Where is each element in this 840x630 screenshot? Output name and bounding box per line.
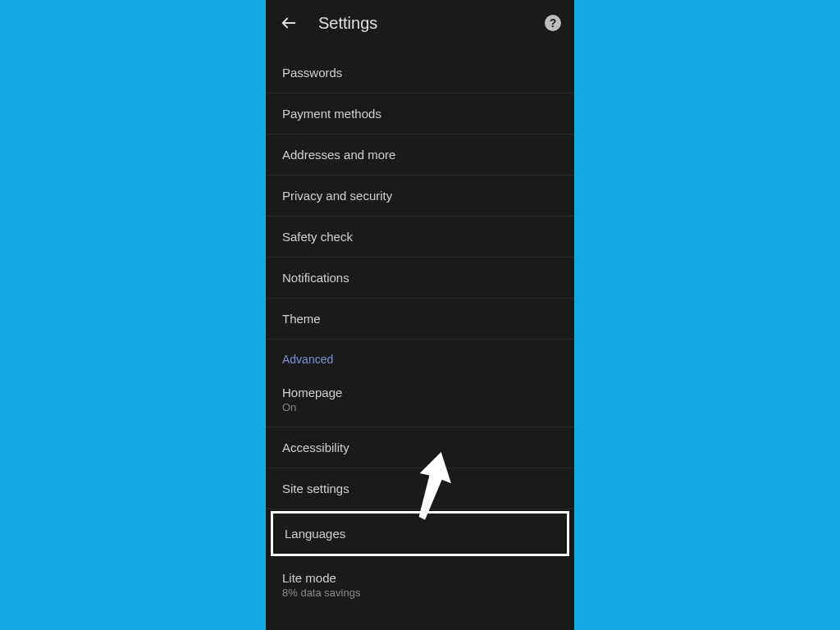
item-label: Notifications: [282, 271, 558, 285]
item-label: Languages: [285, 527, 555, 541]
settings-item-lite[interactable]: Lite mode 8% data savings: [266, 558, 574, 612]
help-icon[interactable]: ?: [545, 15, 561, 31]
back-icon[interactable]: [279, 13, 299, 33]
settings-item-payment[interactable]: Payment methods: [266, 94, 574, 135]
item-label: Payment methods: [282, 107, 558, 121]
phone-frame: Settings ? Passwords Payment methods Add…: [266, 0, 574, 630]
settings-item-theme[interactable]: Theme: [266, 299, 574, 340]
settings-item-addresses[interactable]: Addresses and more: [266, 135, 574, 176]
settings-item-passwords[interactable]: Passwords: [266, 52, 574, 94]
settings-item-site[interactable]: Site settings: [266, 468, 574, 509]
app-header: Settings ?: [266, 0, 574, 46]
item-label: Passwords: [282, 66, 558, 80]
item-label: Theme: [282, 312, 558, 326]
item-sub: On: [282, 401, 558, 413]
item-label: Addresses and more: [282, 148, 558, 162]
page-title: Settings: [318, 14, 545, 33]
settings-item-notifications[interactable]: Notifications: [266, 258, 574, 299]
settings-item-safety[interactable]: Safety check: [266, 217, 574, 258]
item-sub: 8% data savings: [282, 587, 558, 599]
settings-item-homepage[interactable]: Homepage On: [266, 372, 574, 427]
item-label: Privacy and security: [282, 189, 558, 203]
item-label: Homepage: [282, 386, 558, 399]
item-label: Safety check: [282, 230, 558, 244]
settings-list: Passwords Payment methods Addresses and …: [266, 46, 574, 612]
settings-item-privacy[interactable]: Privacy and security: [266, 176, 574, 217]
item-label: Accessibility: [282, 441, 558, 454]
item-label: Lite mode: [282, 571, 558, 585]
settings-item-accessibility[interactable]: Accessibility: [266, 427, 574, 468]
section-header-advanced: Advanced: [266, 340, 574, 372]
item-label: Site settings: [282, 482, 558, 495]
settings-item-languages[interactable]: Languages: [271, 511, 569, 556]
